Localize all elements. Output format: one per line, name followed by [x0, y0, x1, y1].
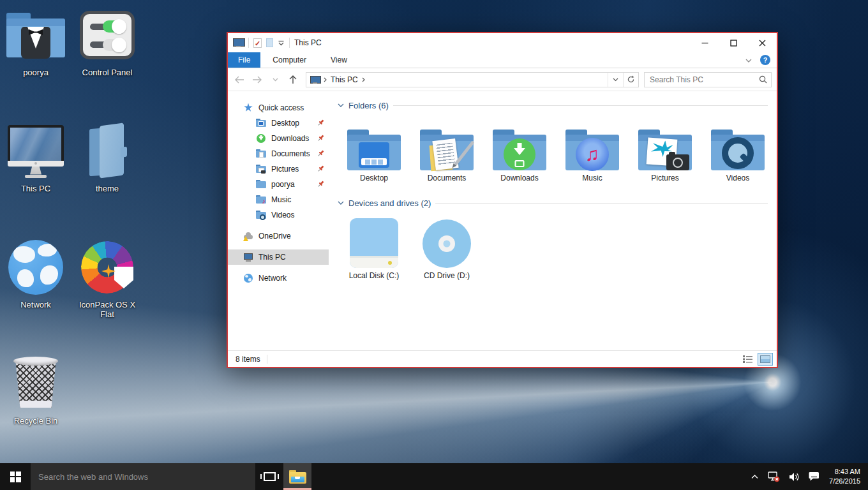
start-button[interactable]: [0, 463, 31, 490]
this-pc-small-icon: [310, 76, 320, 84]
explorer-search[interactable]: [644, 72, 772, 87]
maximize-button[interactable]: [719, 33, 748, 52]
tab-computer[interactable]: Computer: [260, 52, 318, 68]
sidebar-item-this-pc[interactable]: This PC: [228, 249, 329, 265]
refresh-icon[interactable]: [623, 73, 638, 87]
taskbar-clock[interactable]: 8:43 AM 7/26/2015: [824, 467, 868, 486]
folder-tile-downloads[interactable]: Downloads: [483, 118, 556, 182]
pin-icon: [317, 134, 325, 144]
recent-locations-chevron-icon[interactable]: [267, 72, 283, 87]
show-hidden-icons-chevron[interactable]: [746, 463, 763, 490]
desktop-icon-poorya[interactable]: poorya: [3, 5, 69, 78]
desktop-icon-control-panel[interactable]: Control Panel: [74, 5, 140, 78]
desktop-icon-network[interactable]: Network: [3, 237, 69, 310]
sidebar-item-music[interactable]: Music: [228, 192, 329, 207]
folder-tile-music[interactable]: Music: [556, 118, 629, 182]
tab-view[interactable]: View: [318, 52, 359, 68]
qat-customize-chevron-icon[interactable]: [278, 37, 285, 48]
task-view-icon: [264, 472, 276, 481]
sidebar-item-pictures[interactable]: Pictures: [228, 161, 329, 177]
close-button[interactable]: [748, 33, 777, 52]
network-globe-icon: [243, 274, 253, 283]
folder-tile-pictures[interactable]: Pictures: [629, 118, 701, 182]
system-tray: 8:43 AM 7/26/2015: [746, 463, 868, 490]
computer-icon: [243, 253, 253, 262]
devices-group: Local Disk (C:) CD Drive (D:): [338, 214, 774, 286]
sidebar-item-poorya[interactable]: poorya: [228, 177, 329, 192]
cd-disc-icon: [423, 219, 471, 268]
group-header-devices[interactable]: Devices and drives (2): [338, 195, 774, 211]
file-list-pane: Folders (6) Desktop Documen: [329, 91, 777, 350]
pin-icon: [317, 180, 325, 190]
drive-tile-cd[interactable]: CD Drive (D:): [410, 216, 483, 280]
large-icons-view-button[interactable]: [758, 353, 773, 366]
music-note-icon: [576, 138, 609, 171]
hard-drive-icon: [350, 218, 398, 268]
desktop-icon-this-pc[interactable]: This PC: [3, 121, 69, 194]
sidebar-item-network[interactable]: Network: [228, 271, 329, 286]
properties-icon[interactable]: [253, 38, 262, 48]
navigation-pane: Quick access Desktop Downloads Documents: [228, 91, 329, 350]
breadcrumb-root[interactable]: This PC: [331, 75, 358, 84]
collapse-chevron-icon[interactable]: [338, 201, 344, 205]
iconpack-swirl-icon: [77, 237, 137, 297]
collapse-chevron-icon[interactable]: [338, 103, 344, 108]
this-pc-window-icon: [233, 38, 244, 47]
taskbar-search-input[interactable]: [38, 472, 248, 482]
folder-tile-videos[interactable]: Videos: [701, 118, 774, 182]
back-button[interactable]: [232, 72, 247, 87]
breadcrumb[interactable]: This PC: [306, 73, 369, 87]
ribbon-expand-chevron-icon[interactable]: [745, 54, 752, 66]
sidebar-item-videos[interactable]: Videos: [228, 207, 329, 223]
folder-tile-documents[interactable]: Documents: [410, 118, 483, 182]
quick-access-star-icon: [243, 103, 253, 113]
sidebar-item-downloads[interactable]: Downloads: [228, 131, 329, 146]
pin-icon: [317, 165, 325, 175]
window-title: This PC: [294, 38, 322, 47]
sidebar-item-desktop[interactable]: Desktop: [228, 115, 329, 131]
pictures-folder-icon: [256, 165, 266, 174]
sidebar-item-quick-access[interactable]: Quick access: [228, 100, 329, 115]
forward-button[interactable]: [250, 72, 265, 87]
address-dropdown-chevron-icon[interactable]: [608, 73, 623, 87]
new-folder-icon[interactable]: [266, 38, 273, 47]
drive-tile-local-disk[interactable]: Local Disk (C:): [338, 216, 410, 280]
control-panel-icon: [77, 5, 137, 65]
taskbar-file-explorer-button[interactable]: [283, 463, 311, 490]
details-view-button[interactable]: [740, 353, 755, 366]
status-bar: 8 items: [228, 350, 777, 367]
explorer-search-input[interactable]: [650, 75, 759, 84]
onedrive-icon: [243, 232, 253, 241]
address-bar[interactable]: This PC: [306, 72, 639, 87]
music-folder-icon: [256, 195, 266, 205]
action-center-icon[interactable]: [804, 463, 824, 490]
computer-icon: [6, 121, 66, 181]
open-folder-icon: [77, 121, 137, 181]
help-icon[interactable]: ?: [760, 55, 770, 65]
ribbon-tabs: File Computer View ?: [228, 52, 777, 68]
folder-tile-desktop[interactable]: Desktop: [338, 118, 410, 182]
taskbar: 8:43 AM 7/26/2015: [0, 463, 868, 490]
download-arrow-icon: [504, 138, 535, 170]
file-explorer-icon: [289, 470, 306, 484]
desktop: poorya Control Panel This PC theme Netwo…: [0, 0, 868, 490]
sidebar-item-onedrive[interactable]: OneDrive: [228, 228, 329, 244]
navigation-toolbar: This PC: [228, 68, 777, 91]
desktop-icon-theme[interactable]: theme: [74, 121, 140, 194]
up-button[interactable]: [285, 72, 301, 87]
sidebar-item-documents[interactable]: Documents: [228, 146, 329, 161]
videos-folder-icon: [256, 211, 266, 220]
minimize-button[interactable]: [691, 33, 719, 52]
tab-file[interactable]: File: [228, 52, 260, 68]
search-icon[interactable]: [759, 75, 767, 84]
desktop-icon-iconpack[interactable]: IconPack OS X Flat: [74, 237, 140, 320]
desktop-icon-recycle-bin[interactable]: Recycle Bin: [3, 353, 69, 426]
folders-group: Desktop Documents Downloads: [338, 117, 774, 189]
taskbar-search[interactable]: [31, 463, 255, 490]
volume-icon[interactable]: [784, 463, 804, 490]
title-bar[interactable]: This PC: [228, 33, 777, 52]
group-header-folders[interactable]: Folders (6): [338, 98, 774, 113]
task-view-button[interactable]: [255, 463, 283, 490]
quick-access-toolbar: [233, 37, 290, 48]
network-status-icon[interactable]: [763, 463, 784, 490]
